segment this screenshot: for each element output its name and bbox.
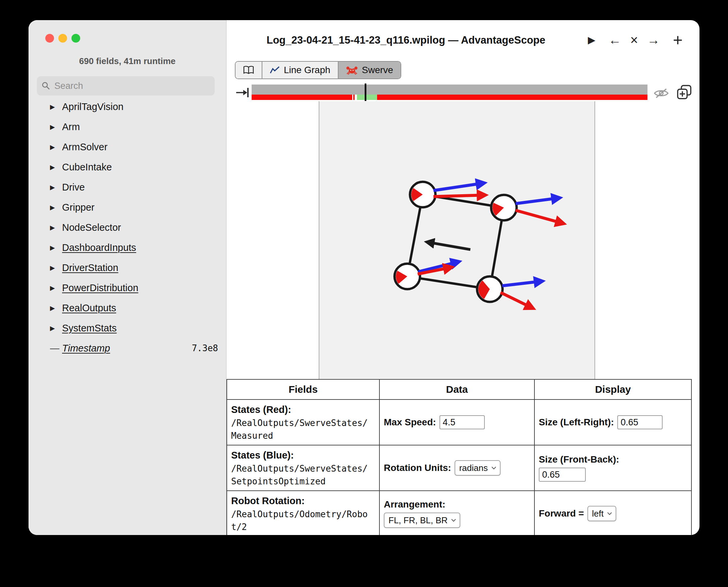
sidebar-item-realoutputs[interactable]: ▶ RealOutputs [28, 298, 226, 318]
sidebar-item-gripper[interactable]: ▶ Gripper [28, 197, 226, 217]
sidebar-item-label: Timestamp [62, 343, 110, 354]
rotation-units-label: Rotation Units: [384, 463, 451, 473]
fields-summary: 690 fields, 41m runtime [28, 55, 226, 67]
play-button[interactable]: ▶ [588, 32, 595, 48]
forward-value: left [592, 509, 604, 519]
rotation-units-value: radians [459, 463, 488, 473]
page-title: Log_23-04-21_15-41-23_q116.wpilog — Adva… [227, 33, 585, 48]
zoom-window-button[interactable] [71, 34, 80, 43]
field-label: States (Red): [231, 402, 376, 417]
sidebar-item-cubeintake[interactable]: ▶ CubeIntake [28, 157, 226, 177]
setpoint-arrow [502, 282, 537, 286]
next-tab-button[interactable]: → [647, 32, 660, 48]
expand-triangle-icon[interactable]: ▶ [50, 163, 62, 171]
new-tab-button[interactable]: + [673, 32, 683, 48]
expand-triangle-icon[interactable]: ▶ [50, 264, 62, 272]
sidebar-item-armsolver[interactable]: ▶ ArmSolver [28, 137, 226, 157]
swerve-module-br [477, 276, 537, 306]
sidebar-item-arm[interactable]: ▶ Arm [28, 117, 226, 137]
timeline-playhead[interactable] [365, 84, 366, 101]
sidebar-item-label: Drive [62, 182, 85, 193]
previous-tab-button[interactable]: ← [608, 32, 621, 48]
sidebar-item-timestamp[interactable]: — Timestamp 7.3e8 [28, 338, 226, 358]
size-left-right-input[interactable] [617, 415, 663, 429]
size-front-back-cell: Size (Front-Back): [535, 445, 692, 491]
field-robot-rotation[interactable]: Robot Rotation: /RealOutputs/Odometry/Ro… [227, 491, 380, 535]
field-path: /RealOutputs/SwerveStates/ [231, 417, 376, 429]
forward-cell: Forward = left [535, 491, 692, 535]
sidebar-item-systemstats[interactable]: ▶ SystemStats [28, 318, 226, 338]
sidebar-item-apriltagvision[interactable]: ▶ AprilTagVision [28, 97, 226, 117]
expand-triangle-icon[interactable]: ▶ [50, 304, 62, 312]
sidebar-item-label: RealOutputs [62, 303, 116, 314]
timeline-bar[interactable] [252, 85, 648, 100]
chevron-down-icon [451, 519, 456, 522]
new-popup-window-icon[interactable] [677, 85, 692, 100]
field-path: Measured [231, 429, 376, 442]
timestamp-value: 7.3e8 [192, 343, 226, 353]
minimize-window-button[interactable] [58, 34, 67, 43]
field-label: Robot Rotation: [231, 494, 376, 508]
timeline-enabled-strip [252, 95, 648, 100]
hidden-eye-icon[interactable] [653, 87, 669, 99]
expand-triangle-icon[interactable]: ▶ [50, 123, 62, 131]
size-front-back-input[interactable] [539, 468, 586, 482]
forward-select[interactable]: left [587, 506, 617, 521]
arrangement-select[interactable]: FL, FR, BL, BR [384, 513, 460, 528]
swerve-module-bl [395, 263, 453, 289]
field-path: t/2 [231, 521, 376, 533]
sidebar-item-nodeselector[interactable]: ▶ NodeSelector [28, 217, 226, 237]
chevron-down-icon [607, 512, 612, 515]
sidebar-item-label: AprilTagVision [62, 101, 123, 112]
column-header-fields: Fields [227, 380, 380, 400]
expand-triangle-icon[interactable]: ▶ [50, 244, 62, 252]
rotation-units-select[interactable]: radians [454, 460, 500, 476]
sidebar-item-driverstation[interactable]: ▶ DriverStation [28, 258, 226, 278]
close-tab-button[interactable]: × [630, 32, 638, 48]
arrangement-value: FL, FR, BL, BR [389, 515, 448, 525]
tab-swerve[interactable]: Swerve [338, 62, 401, 78]
expand-triangle-icon[interactable]: ▶ [50, 204, 62, 211]
tab-documentation[interactable] [236, 62, 262, 78]
search-input[interactable] [54, 80, 203, 92]
search-box[interactable] [37, 76, 215, 96]
book-icon [243, 65, 254, 75]
advantagescope-window: 690 fields, 41m runtime ▶ AprilTagVision… [28, 20, 700, 535]
sidebar: 690 fields, 41m runtime ▶ AprilTagVision… [28, 20, 227, 535]
field-tree: ▶ AprilTagVision ▶ Arm ▶ ArmSolver ▶ Cub… [28, 97, 226, 358]
swerve-viewport [319, 101, 595, 379]
field-states-blue[interactable]: States (Blue): /RealOutputs/SwerveStates… [227, 445, 380, 491]
swerve-module-fl [410, 182, 480, 207]
sidebar-item-dashboardinputs[interactable]: ▶ DashboardInputs [28, 237, 226, 258]
sidebar-item-drive[interactable]: ▶ Drive [28, 177, 226, 197]
sidebar-item-label: PowerDistribution [62, 282, 138, 294]
expand-triangle-icon[interactable]: ▶ [50, 184, 62, 191]
forward-label: Forward = [539, 508, 584, 519]
close-window-button[interactable] [45, 34, 54, 43]
expand-triangle-icon[interactable]: ▶ [50, 143, 62, 151]
sidebar-item-label: Gripper [62, 202, 95, 213]
skip-to-time-icon[interactable] [236, 86, 250, 99]
swerve-config-table: Fields Data Display States (Red): /RealO… [227, 379, 692, 535]
sidebar-item-label: SystemStats [62, 323, 117, 334]
sidebar-item-label: DriverStation [62, 262, 118, 273]
arrangement-cell: Arrangement: FL, FR, BL, BR [380, 491, 535, 535]
max-speed-label: Max Speed: [384, 417, 436, 428]
max-speed-input[interactable] [440, 415, 485, 429]
chevron-down-icon [491, 466, 496, 470]
expand-triangle-icon[interactable]: ▶ [50, 284, 62, 292]
field-states-red[interactable]: States (Red): /RealOutputs/SwerveStates/… [227, 400, 380, 445]
expand-triangle-icon[interactable]: ▶ [50, 224, 62, 231]
timeline-track[interactable] [252, 85, 648, 95]
playback-controls: ▶ ← × → + [588, 32, 683, 48]
swerve-module-fr [491, 195, 558, 222]
tab-line-graph[interactable]: Line Graph [262, 62, 338, 78]
expand-triangle-icon[interactable]: ▶ [50, 324, 62, 332]
field-path: /RealOutputs/Odometry/Robo [231, 508, 376, 521]
timeline-gap-tick [353, 95, 355, 100]
tab-bar: Line Graph Swerve [235, 61, 401, 79]
chassis-direction-arrow [432, 243, 470, 250]
sidebar-item-powerdistribution[interactable]: ▶ PowerDistribution [28, 278, 226, 298]
expand-triangle-icon[interactable]: ▶ [50, 103, 62, 111]
sidebar-item-label: ArmSolver [62, 142, 107, 152]
